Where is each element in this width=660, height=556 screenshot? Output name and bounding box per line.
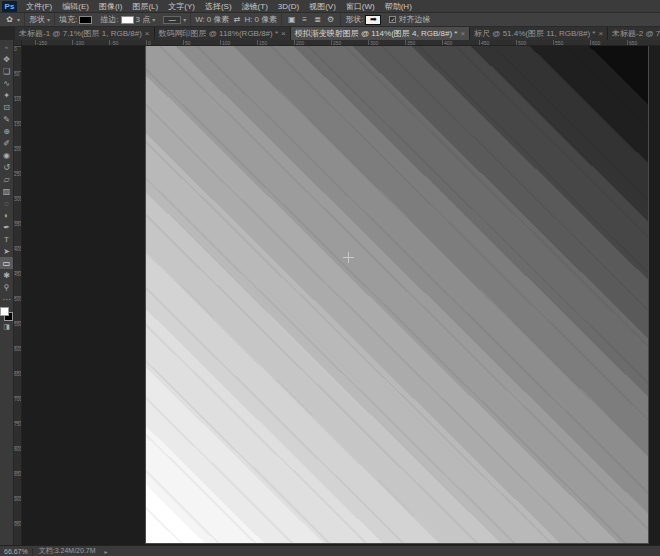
photoshop-logo: Ps — [2, 1, 17, 12]
healing-brush-tool-icon[interactable]: ⊕ — [0, 125, 13, 137]
menu-item[interactable]: 图层(L) — [127, 0, 163, 13]
ruler-tick-label: 950 — [14, 521, 22, 527]
align-edges-checkbox[interactable]: ✓ — [389, 16, 396, 23]
hand-tool-icon[interactable]: ✱ — [0, 269, 13, 281]
ruler-tick-label: -50 — [109, 40, 118, 46]
type-tool-icon[interactable]: T — [0, 233, 13, 245]
stroke-swatch[interactable] — [121, 16, 134, 24]
move-tool-icon[interactable]: ✥ — [0, 53, 13, 65]
pasteboard — [22, 46, 660, 545]
menu-item[interactable]: 文字(Y) — [163, 0, 200, 13]
shape-tool-icon[interactable]: ▭ — [0, 257, 13, 269]
ruler-tick-label: 350 — [14, 221, 22, 227]
zoom-tool-icon[interactable]: ⚲ — [0, 281, 13, 293]
stroke-label: 描边: — [100, 14, 118, 25]
path-selection-tool-icon[interactable]: ➤ — [0, 245, 13, 257]
brush-tool-icon[interactable]: ✐ — [0, 137, 13, 149]
dodge-tool-icon[interactable]: ◐ — [0, 209, 13, 221]
vertical-ruler: 0501001502002503003504004505005506006507… — [14, 46, 22, 545]
ruler-tick-label: 450 — [479, 40, 489, 46]
menu-item[interactable]: 图像(I) — [94, 0, 128, 13]
ruler-tick-label: 450 — [14, 271, 22, 277]
custom-shape-tool-icon: ✿ — [4, 14, 15, 25]
tool-preset-picker[interactable]: ✿ ▾ — [0, 13, 25, 26]
document-tab[interactable]: 未标题-1 @ 7.1%(图层 1, RGB/8#)× — [15, 27, 155, 40]
blur-tool-icon[interactable]: ◌ — [0, 197, 13, 209]
menu-item[interactable]: 滤镜(T) — [237, 0, 273, 13]
fill-swatch[interactable] — [79, 16, 92, 24]
dimensions-controls: W: 0 像素 ⇄ H: 0 像素 — [191, 13, 282, 26]
ruler-tick-label: 500 — [14, 296, 22, 302]
ruler-tick-label: 850 — [14, 471, 22, 477]
chevron-down-icon: ▾ — [17, 16, 20, 23]
document-tab[interactable]: 数码网印图层 @ 118%(RGB/8#) *× — [155, 27, 291, 40]
shape-mode-value: 形状 — [29, 14, 45, 25]
tab-close-icon[interactable]: × — [281, 29, 286, 38]
ruler-tick-label: 550 — [14, 321, 22, 327]
ruler-tick-label: 650 — [14, 371, 22, 377]
pen-tool-icon[interactable]: ✒ — [0, 221, 13, 233]
menu-item[interactable]: 窗口(W) — [341, 0, 380, 13]
tab-label: 模拟渐变映射图层 @ 114%(图层 4, RGB/8#) * — [295, 28, 458, 39]
ruler-tick-label: 400 — [442, 40, 452, 46]
menu-item[interactable]: 编辑(E) — [57, 0, 94, 13]
document-canvas[interactable] — [146, 46, 648, 543]
gradient-banding-overlay — [146, 46, 648, 543]
eyedropper-tool-icon[interactable]: ✎ — [0, 113, 13, 125]
fill-control[interactable]: 填充: — [55, 13, 96, 26]
document-tab[interactable]: 未标题-2 @ 73.2%(图层 1, RGB/8#) *× — [608, 27, 660, 40]
quick-selection-tool-icon[interactable]: ✦ — [0, 89, 13, 101]
tab-label: 数码网印图层 @ 118%(RGB/8#) * — [159, 28, 279, 39]
tab-close-icon[interactable]: × — [145, 29, 150, 38]
history-brush-tool-icon[interactable]: ↺ — [0, 161, 13, 173]
stroke-control[interactable]: 描边: 3 点 ▾ — [96, 13, 159, 26]
lasso-tool-icon[interactable]: ∿ — [0, 77, 13, 89]
shape-mode-select[interactable]: 形状 ▾ — [25, 13, 55, 26]
custom-shape-picker[interactable]: 形状: ➡ — [341, 13, 385, 26]
path-arrange-icon[interactable]: ≣ — [312, 14, 323, 25]
foreground-color-swatch[interactable] — [0, 307, 9, 316]
align-edges-control[interactable]: ✓ 对齐边缘 — [385, 13, 434, 26]
ruler-tick-label: 200 — [294, 40, 304, 46]
stroke-style-select[interactable]: — ▾ — [159, 13, 191, 26]
menu-item[interactable]: 选择(S) — [200, 0, 237, 13]
menu-item[interactable]: 视图(V) — [304, 0, 341, 13]
stroke-width-value[interactable]: 3 点 — [136, 14, 151, 25]
tab-close-icon[interactable]: × — [598, 29, 603, 38]
clone-stamp-tool-icon[interactable]: ◉ — [0, 149, 13, 161]
link-dimensions-icon[interactable]: ⇄ — [232, 14, 243, 25]
arrow-shape-preview-icon[interactable]: ➡ — [365, 15, 381, 25]
document-tab[interactable]: 标尺 @ 51.4%(图层 11, RGB/8#) *× — [470, 27, 608, 40]
ruler-tick-label: 550 — [553, 40, 563, 46]
ruler-tick-label: 750 — [14, 421, 22, 427]
menu-item[interactable]: 文件(F) — [21, 0, 57, 13]
gear-icon[interactable]: ⚙ — [325, 14, 336, 25]
menu-item[interactable]: 帮助(H) — [380, 0, 417, 13]
ruler-tick-label: 350 — [405, 40, 415, 46]
ruler-tick-label: 650 — [627, 40, 637, 46]
toolbar-collapse-icon[interactable]: « — [0, 41, 13, 53]
quick-mask-icon[interactable]: ◨ — [0, 321, 13, 333]
path-alignment-icon[interactable]: ≡ — [299, 14, 310, 25]
ruler-tick-label: 900 — [14, 496, 22, 502]
combine-shapes-icon[interactable]: ▣ — [286, 14, 297, 25]
more-tools-icon[interactable]: ⋯ — [0, 293, 13, 305]
height-label: H: — [245, 15, 253, 24]
marquee-tool-icon[interactable]: ❏ — [0, 65, 13, 77]
menu-item[interactable]: 3D(D) — [273, 0, 304, 13]
tool-list: ✥❏∿✦⊡✎⊕✐◉↺▱▨◌◐✒T➤▭✱⚲⋯ — [0, 53, 13, 305]
crop-tool-icon[interactable]: ⊡ — [0, 101, 13, 113]
zoom-level-field[interactable]: 66.67% — [0, 548, 33, 555]
ruler-tick-label: 800 — [14, 446, 22, 452]
ruler-tick-label: 0 — [14, 46, 22, 52]
width-value[interactable]: 0 像素 — [207, 14, 230, 25]
height-value[interactable]: 0 像素 — [255, 14, 278, 25]
ruler-tick-label: 600 — [590, 40, 600, 46]
tab-close-icon[interactable]: × — [460, 29, 465, 38]
status-options-arrow-icon[interactable]: ▸ — [102, 548, 111, 555]
gradient-tool-icon[interactable]: ▨ — [0, 185, 13, 197]
ruler-tick-label: 500 — [516, 40, 526, 46]
ruler-tick-label: 300 — [14, 196, 22, 202]
document-tab[interactable]: 模拟渐变映射图层 @ 114%(图层 4, RGB/8#) *× — [291, 27, 470, 40]
eraser-tool-icon[interactable]: ▱ — [0, 173, 13, 185]
